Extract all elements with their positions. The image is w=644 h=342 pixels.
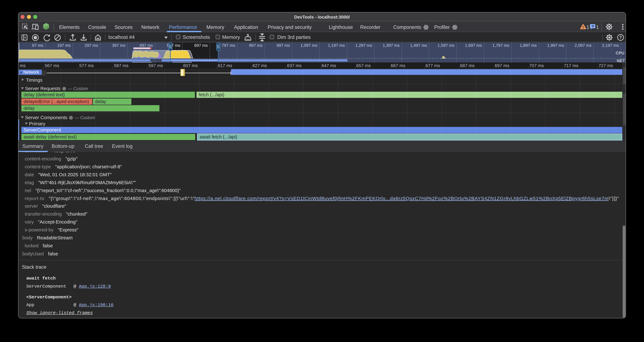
- svg-text:1,697 ms: 1,697 ms: [465, 43, 482, 48]
- svg-text:697 ms: 697 ms: [194, 43, 208, 48]
- svg-text:197 ms: 197 ms: [57, 43, 71, 48]
- svg-text:1,197 ms: 1,197 ms: [328, 43, 345, 48]
- svg-text:?: ?: [619, 35, 622, 40]
- svg-text:1,797 ms: 1,797 ms: [492, 43, 509, 48]
- svg-text:997 ms: 997 ms: [276, 43, 290, 48]
- svg-text:NET: NET: [617, 58, 625, 63]
- svg-text:1,897 ms: 1,897 ms: [520, 43, 537, 48]
- svg-text:397 ms: 397 ms: [112, 43, 126, 48]
- svg-text:1,597 ms: 1,597 ms: [438, 43, 454, 48]
- svg-text:2,097 ms: 2,097 ms: [574, 43, 592, 48]
- svg-text:797 ms: 797 ms: [222, 43, 235, 48]
- svg-text:297 ms: 297 ms: [84, 43, 98, 48]
- svg-text:1,497 ms: 1,497 ms: [410, 43, 427, 48]
- svg-text:2,197 ms: 2,197 ms: [602, 43, 619, 48]
- svg-text:1,397 ms: 1,397 ms: [383, 43, 400, 48]
- svg-text:1,297 ms: 1,297 ms: [355, 43, 372, 48]
- svg-text:1,097 ms: 1,097 ms: [300, 43, 318, 48]
- svg-text:497 ms: 497 ms: [140, 43, 153, 48]
- svg-text:1,997 ms: 1,997 ms: [547, 43, 564, 48]
- svg-text:CPU: CPU: [616, 51, 624, 55]
- svg-text:897 ms: 897 ms: [249, 43, 262, 48]
- svg-text:97 ms: 97 ms: [32, 43, 43, 48]
